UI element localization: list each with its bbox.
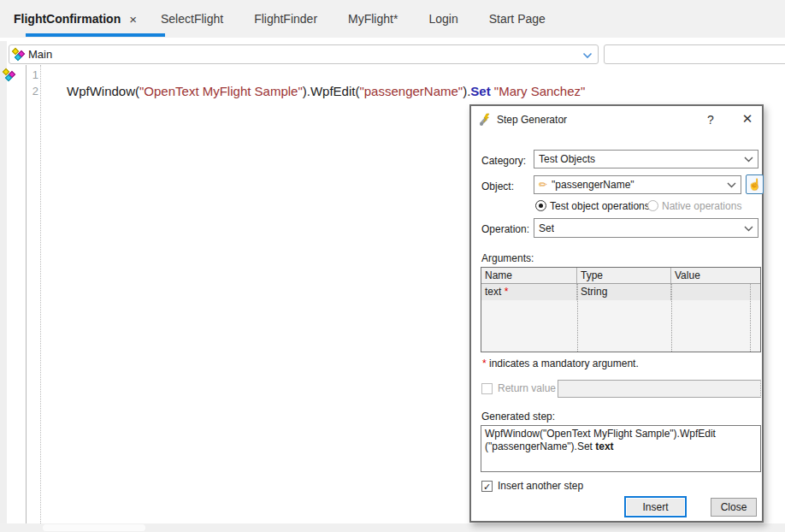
mandatory-note: * indicates a mandatory argument.: [482, 358, 639, 369]
line-number: 1: [0, 68, 38, 81]
tab-flightconfirmation[interactable]: FlightConfirmation ×: [13, 0, 145, 38]
scrollbar-gutter-separator: [750, 284, 751, 352]
toolbar-search-input[interactable]: [604, 44, 785, 64]
argument-row-text[interactable]: text * String: [481, 284, 760, 300]
generated-step-argument: text: [595, 440, 613, 452]
tab-label: FlightConfirmation: [14, 12, 121, 26]
insert-another-step-label: Insert another step: [498, 480, 583, 492]
return-value-checkbox: [481, 383, 493, 394]
tab-login[interactable]: Login: [413, 0, 473, 38]
string-literal: "Mary Sanchez": [494, 84, 586, 98]
horizontal-scrollbar[interactable]: [0, 523, 785, 532]
mandatory-asterisk: *: [505, 286, 509, 298]
line-number: 2: [0, 85, 38, 98]
column-header-name: Name: [481, 268, 577, 283]
tab-label: Login: [428, 12, 457, 26]
insert-button[interactable]: Insert: [624, 496, 687, 517]
scrollbar-thumb[interactable]: [43, 524, 145, 531]
object-combobox[interactable]: ✏ "passengerName": [534, 175, 741, 194]
category-label: Category:: [481, 155, 526, 167]
tab-startpage[interactable]: Start Page: [474, 0, 561, 38]
string-literal: "passengerName": [359, 84, 463, 98]
tab-close-icon[interactable]: ×: [127, 12, 139, 27]
operation-value: Set: [539, 222, 554, 234]
argument-type-cell: String: [577, 284, 671, 300]
keyword-set: Set: [470, 84, 490, 98]
tab-label: FlightFinder: [254, 12, 317, 26]
editor-toolbar: Main: [0, 41, 785, 65]
tab-label: Start Page: [489, 12, 546, 26]
category-combobox[interactable]: Test Objects: [534, 150, 758, 168]
tab-label: SelectFlight: [161, 12, 223, 26]
step-generator-dialog: Step Generator ? ✕ Category: Test Object…: [469, 104, 764, 523]
tab-myflight[interactable]: MyFlight*: [333, 0, 413, 38]
tab-selectflight[interactable]: SelectFlight: [145, 0, 239, 38]
generated-step-label: Generated step:: [481, 411, 555, 423]
radio-native-label: Native operations: [662, 200, 741, 212]
arguments-table-header: Name Type Value: [481, 268, 760, 284]
document-tab-bar: FlightConfirmation × SelectFlight Flight…: [0, 0, 785, 38]
tab-label: MyFlight*: [348, 12, 398, 26]
editor-margin: [0, 41, 7, 523]
generated-step-textbox[interactable]: WpfWindow("OpenText MyFlight Sample").Wp…: [481, 425, 761, 472]
column-separator: [577, 284, 578, 352]
operation-type-radio-group: Test object operations Native operations: [471, 200, 762, 212]
object-label: Object:: [481, 180, 514, 192]
code-text: ).WpfEdit(: [303, 84, 360, 98]
argument-name-cell: text *: [481, 284, 577, 300]
code-text: WpfWindow(: [67, 84, 139, 98]
string-literal: "OpenText MyFlight Sample": [139, 84, 303, 98]
category-value: Test Objects: [539, 153, 595, 165]
return-value-label: Return value: [498, 382, 556, 394]
operation-label: Operation:: [481, 223, 529, 235]
chevron-down-icon: [744, 222, 753, 234]
step-generator-icon: [478, 113, 492, 129]
argument-value-cell[interactable]: [671, 284, 760, 300]
scope-selector-value: Main: [28, 48, 52, 61]
arguments-label: Arguments:: [481, 252, 534, 264]
code-line-2: WpfWindow("OpenText MyFlight Sample").Wp…: [67, 84, 585, 98]
arguments-table: Name Type Value text * String: [481, 267, 761, 352]
tab-flightfinder[interactable]: FlightFinder: [239, 0, 333, 38]
object-value: "passengerName": [552, 179, 634, 191]
close-icon[interactable]: ✕: [740, 111, 755, 127]
gutter-divider: [26, 65, 27, 523]
radio-test-object-operations[interactable]: [535, 200, 546, 211]
insert-another-step-checkbox[interactable]: ✓: [481, 481, 493, 492]
radio-test-object-label: Test object operations: [550, 200, 650, 212]
edit-object-icon: ✏: [539, 179, 547, 191]
select-object-button[interactable]: ☝: [746, 174, 764, 194]
chevron-down-icon: [727, 179, 736, 191]
pointing-hand-icon: ☝: [747, 179, 761, 190]
chevron-down-icon: [744, 153, 753, 165]
scope-selector-combobox[interactable]: Main: [9, 44, 599, 64]
dialog-title: Step Generator: [497, 114, 567, 126]
active-tab-indicator: [26, 33, 165, 37]
chevron-down-icon: [582, 47, 593, 62]
column-header-type: Type: [577, 268, 671, 283]
code-text: ).: [463, 84, 470, 98]
return-value-field: [558, 380, 761, 398]
operation-combobox[interactable]: Set: [534, 218, 758, 238]
indent-guide: [40, 65, 41, 523]
action-icon: [12, 48, 27, 62]
radio-native-operations: [647, 200, 658, 211]
help-button[interactable]: ?: [704, 113, 717, 127]
column-header-value: Value: [671, 268, 760, 283]
close-button[interactable]: Close: [711, 498, 757, 517]
column-separator: [671, 284, 672, 352]
